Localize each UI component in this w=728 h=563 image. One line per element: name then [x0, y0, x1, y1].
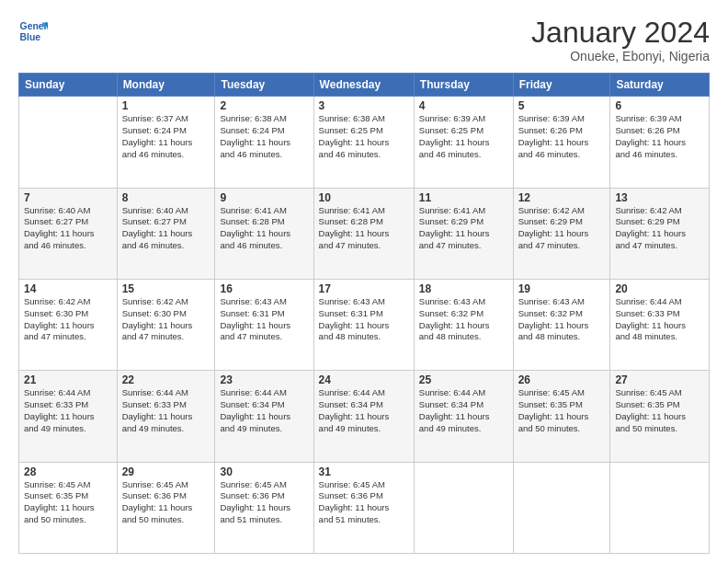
day-number: 6 — [615, 99, 704, 112]
day-number: 31 — [319, 465, 409, 478]
logo: General Blue — [18, 17, 48, 46]
calendar-cell: 30Sunrise: 6:45 AM Sunset: 6:36 PM Dayli… — [215, 462, 313, 553]
page: General Blue January 2024 Onueke, Ebonyi… — [0, 0, 728, 563]
calendar-cell: 9Sunrise: 6:41 AM Sunset: 6:28 PM Daylig… — [215, 188, 313, 279]
day-info: Sunrise: 6:43 AM Sunset: 6:31 PM Dayligh… — [319, 296, 409, 343]
day-number: 18 — [419, 282, 508, 295]
calendar-cell: 25Sunrise: 6:44 AM Sunset: 6:34 PM Dayli… — [414, 371, 513, 462]
calendar-cell: 21Sunrise: 6:44 AM Sunset: 6:33 PM Dayli… — [19, 371, 118, 462]
location: Onueke, Ebonyi, Nigeria — [531, 49, 710, 63]
calendar-cell: 7Sunrise: 6:40 AM Sunset: 6:27 PM Daylig… — [19, 188, 118, 279]
calendar-cell: 20Sunrise: 6:44 AM Sunset: 6:33 PM Dayli… — [610, 279, 710, 370]
calendar-cell: 8Sunrise: 6:40 AM Sunset: 6:27 PM Daylig… — [117, 188, 215, 279]
calendar-cell: 27Sunrise: 6:45 AM Sunset: 6:35 PM Dayli… — [610, 371, 710, 462]
day-info: Sunrise: 6:38 AM Sunset: 6:25 PM Dayligh… — [319, 113, 409, 160]
calendar-cell: 19Sunrise: 6:43 AM Sunset: 6:32 PM Dayli… — [513, 279, 610, 370]
day-info: Sunrise: 6:45 AM Sunset: 6:36 PM Dayligh… — [319, 479, 409, 526]
day-number: 4 — [419, 99, 508, 112]
header: General Blue January 2024 Onueke, Ebonyi… — [18, 17, 710, 63]
calendar-cell: 1Sunrise: 6:37 AM Sunset: 6:24 PM Daylig… — [117, 97, 215, 188]
calendar-cell: 22Sunrise: 6:44 AM Sunset: 6:33 PM Dayli… — [117, 371, 215, 462]
day-info: Sunrise: 6:39 AM Sunset: 6:26 PM Dayligh… — [518, 113, 606, 160]
calendar-cell: 14Sunrise: 6:42 AM Sunset: 6:30 PM Dayli… — [19, 279, 118, 370]
calendar-cell: 28Sunrise: 6:45 AM Sunset: 6:35 PM Dayli… — [19, 462, 118, 553]
calendar-cell — [610, 462, 710, 553]
day-info: Sunrise: 6:38 AM Sunset: 6:24 PM Dayligh… — [220, 113, 308, 160]
day-number: 5 — [518, 99, 606, 112]
calendar-cell: 15Sunrise: 6:42 AM Sunset: 6:30 PM Dayli… — [117, 279, 215, 370]
day-number: 25 — [419, 373, 508, 386]
day-info: Sunrise: 6:41 AM Sunset: 6:28 PM Dayligh… — [319, 205, 409, 252]
day-number: 29 — [122, 465, 210, 478]
day-info: Sunrise: 6:42 AM Sunset: 6:30 PM Dayligh… — [24, 296, 112, 343]
day-number: 14 — [24, 282, 112, 295]
day-number: 28 — [24, 465, 112, 478]
day-number: 7 — [24, 191, 112, 204]
day-info: Sunrise: 6:44 AM Sunset: 6:33 PM Dayligh… — [24, 387, 112, 434]
day-info: Sunrise: 6:41 AM Sunset: 6:29 PM Dayligh… — [419, 205, 508, 252]
calendar-cell — [19, 97, 118, 188]
day-info: Sunrise: 6:40 AM Sunset: 6:27 PM Dayligh… — [122, 205, 210, 252]
calendar-cell: 12Sunrise: 6:42 AM Sunset: 6:29 PM Dayli… — [513, 188, 610, 279]
day-info: Sunrise: 6:44 AM Sunset: 6:34 PM Dayligh… — [220, 387, 308, 434]
day-info: Sunrise: 6:44 AM Sunset: 6:34 PM Dayligh… — [319, 387, 409, 434]
day-info: Sunrise: 6:43 AM Sunset: 6:31 PM Dayligh… — [220, 296, 308, 343]
calendar-cell: 24Sunrise: 6:44 AM Sunset: 6:34 PM Dayli… — [313, 371, 414, 462]
month-title: January 2024 — [531, 17, 710, 49]
day-number: 27 — [615, 373, 704, 386]
day-info: Sunrise: 6:39 AM Sunset: 6:26 PM Dayligh… — [615, 113, 704, 160]
day-info: Sunrise: 6:43 AM Sunset: 6:32 PM Dayligh… — [518, 296, 606, 343]
calendar-cell: 2Sunrise: 6:38 AM Sunset: 6:24 PM Daylig… — [215, 97, 313, 188]
day-number: 17 — [319, 282, 409, 295]
day-number: 3 — [319, 99, 409, 112]
day-number: 23 — [220, 373, 308, 386]
day-number: 9 — [220, 191, 308, 204]
calendar-cell: 13Sunrise: 6:42 AM Sunset: 6:29 PM Dayli… — [610, 188, 710, 279]
week-row-4: 21Sunrise: 6:44 AM Sunset: 6:33 PM Dayli… — [19, 371, 710, 462]
day-number: 11 — [419, 191, 508, 204]
weekday-header-sunday: Sunday — [19, 74, 118, 97]
day-info: Sunrise: 6:45 AM Sunset: 6:36 PM Dayligh… — [122, 479, 210, 526]
calendar-cell — [414, 462, 513, 553]
day-info: Sunrise: 6:44 AM Sunset: 6:34 PM Dayligh… — [419, 387, 508, 434]
day-info: Sunrise: 6:44 AM Sunset: 6:33 PM Dayligh… — [615, 296, 704, 343]
day-number: 19 — [518, 282, 606, 295]
day-info: Sunrise: 6:43 AM Sunset: 6:32 PM Dayligh… — [419, 296, 508, 343]
day-number: 8 — [122, 191, 210, 204]
day-info: Sunrise: 6:40 AM Sunset: 6:27 PM Dayligh… — [24, 205, 112, 252]
day-number: 15 — [122, 282, 210, 295]
calendar-cell: 6Sunrise: 6:39 AM Sunset: 6:26 PM Daylig… — [610, 97, 710, 188]
day-number: 1 — [122, 99, 210, 112]
calendar-cell: 4Sunrise: 6:39 AM Sunset: 6:25 PM Daylig… — [414, 97, 513, 188]
day-info: Sunrise: 6:37 AM Sunset: 6:24 PM Dayligh… — [122, 113, 210, 160]
day-info: Sunrise: 6:45 AM Sunset: 6:35 PM Dayligh… — [24, 479, 112, 526]
calendar-table: SundayMondayTuesdayWednesdayThursdayFrid… — [18, 73, 710, 554]
calendar-cell — [513, 462, 610, 553]
day-info: Sunrise: 6:41 AM Sunset: 6:28 PM Dayligh… — [220, 205, 308, 252]
week-row-2: 7Sunrise: 6:40 AM Sunset: 6:27 PM Daylig… — [19, 188, 710, 279]
calendar-cell: 26Sunrise: 6:45 AM Sunset: 6:35 PM Dayli… — [513, 371, 610, 462]
day-number: 26 — [518, 373, 606, 386]
day-number: 20 — [615, 282, 704, 295]
weekday-header-thursday: Thursday — [414, 74, 513, 97]
day-info: Sunrise: 6:42 AM Sunset: 6:29 PM Dayligh… — [518, 205, 606, 252]
calendar-cell: 5Sunrise: 6:39 AM Sunset: 6:26 PM Daylig… — [513, 97, 610, 188]
week-row-1: 1Sunrise: 6:37 AM Sunset: 6:24 PM Daylig… — [19, 97, 710, 188]
day-info: Sunrise: 6:42 AM Sunset: 6:29 PM Dayligh… — [615, 205, 704, 252]
calendar-cell: 11Sunrise: 6:41 AM Sunset: 6:29 PM Dayli… — [414, 188, 513, 279]
weekday-header-saturday: Saturday — [610, 74, 710, 97]
day-info: Sunrise: 6:44 AM Sunset: 6:33 PM Dayligh… — [122, 387, 210, 434]
weekday-header-monday: Monday — [117, 74, 215, 97]
day-info: Sunrise: 6:45 AM Sunset: 6:36 PM Dayligh… — [220, 479, 308, 526]
weekday-header-row: SundayMondayTuesdayWednesdayThursdayFrid… — [19, 74, 710, 97]
calendar-cell: 17Sunrise: 6:43 AM Sunset: 6:31 PM Dayli… — [313, 279, 414, 370]
day-info: Sunrise: 6:45 AM Sunset: 6:35 PM Dayligh… — [518, 387, 606, 434]
day-number: 12 — [518, 191, 606, 204]
day-number: 13 — [615, 191, 704, 204]
calendar-cell: 29Sunrise: 6:45 AM Sunset: 6:36 PM Dayli… — [117, 462, 215, 553]
day-number: 22 — [122, 373, 210, 386]
calendar-cell: 10Sunrise: 6:41 AM Sunset: 6:28 PM Dayli… — [313, 188, 414, 279]
logo-icon: General Blue — [18, 17, 48, 46]
calendar-cell: 23Sunrise: 6:44 AM Sunset: 6:34 PM Dayli… — [215, 371, 313, 462]
day-info: Sunrise: 6:39 AM Sunset: 6:25 PM Dayligh… — [419, 113, 508, 160]
